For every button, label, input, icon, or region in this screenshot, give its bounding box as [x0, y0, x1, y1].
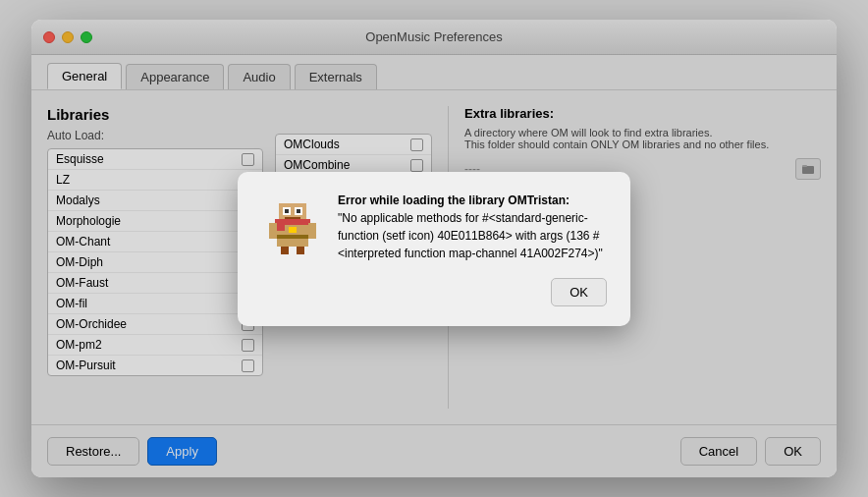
svg-rect-7 [297, 209, 300, 213]
svg-rect-9 [275, 219, 310, 225]
dialog-body: Error while loading the library OMTrista… [261, 192, 607, 262]
dialog-overlay: Error while loading the library OMTrista… [31, 20, 837, 477]
dialog-icon [261, 192, 324, 254]
dialog-title: Error while loading the library OMTrista… [338, 193, 570, 207]
svg-rect-6 [285, 209, 289, 213]
svg-rect-16 [289, 227, 297, 233]
svg-rect-15 [277, 235, 308, 239]
dialog-footer: OK [261, 278, 607, 306]
svg-rect-10 [277, 225, 285, 231]
svg-rect-12 [308, 223, 316, 239]
error-dialog: Error while loading the library OMTrista… [238, 172, 630, 326]
svg-rect-13 [281, 247, 289, 254]
svg-rect-14 [297, 247, 304, 254]
dialog-message: Error while loading the library OMTrista… [338, 192, 607, 262]
dialog-ok-button[interactable]: OK [551, 278, 607, 306]
svg-rect-11 [269, 223, 277, 239]
dialog-body-text: "No applicable methods for #<standard-ge… [338, 211, 603, 260]
main-window: OpenMusic Preferences General Appearance… [31, 20, 837, 477]
